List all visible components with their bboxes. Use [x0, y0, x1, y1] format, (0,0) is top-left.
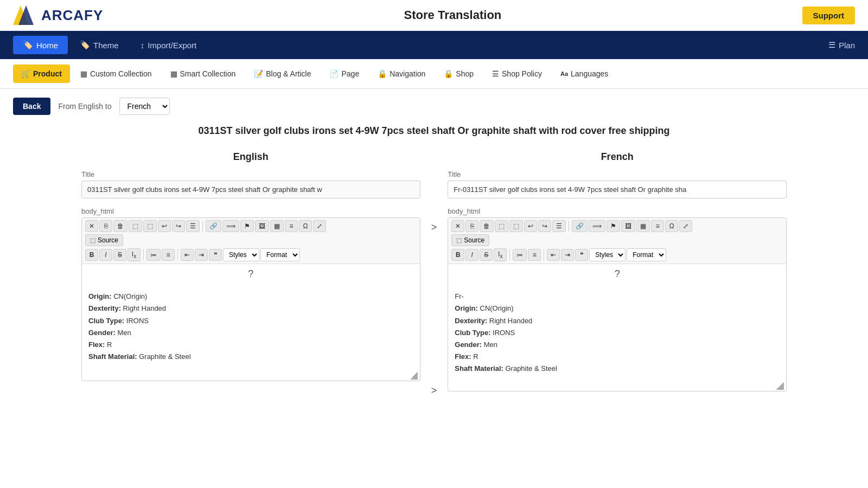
- rte-strike[interactable]: S: [113, 249, 126, 261]
- fr-rte-undo[interactable]: ↩: [524, 220, 537, 232]
- fr-rte-omega[interactable]: Ω: [665, 220, 678, 232]
- rte-source-btn[interactable]: ⬚ Source: [85, 234, 123, 246]
- english-toolbar-row1: ✕ ⎘ 🗑 ⬚ ⬚ ↩ ↪ ☰ 🔗 ⟹ ⚑ 🖼 ▦ ≡: [85, 220, 417, 232]
- fr-rte-redo[interactable]: ↪: [538, 220, 551, 232]
- nav-item-theme[interactable]: 🏷️ Theme: [70, 36, 129, 54]
- fr-rte-block2[interactable]: ⬚: [509, 220, 523, 232]
- french-title-input[interactable]: [448, 181, 787, 198]
- rte-subscript[interactable]: Ix: [127, 248, 141, 261]
- fr-resize-handle[interactable]: [776, 382, 784, 390]
- fr-rte-menu[interactable]: ☰: [552, 220, 566, 232]
- fr-rte-image[interactable]: 🖼: [621, 220, 635, 232]
- fr-rte-table[interactable]: ▦: [636, 220, 650, 232]
- fr-rte-bold[interactable]: B: [451, 249, 464, 261]
- fr-rte-source-btn[interactable]: ⬚ Source: [451, 234, 489, 246]
- fr-rte-cut[interactable]: ✕: [451, 220, 464, 232]
- sub-nav-custom-collection[interactable]: ▦ Custom Collection: [72, 65, 160, 83]
- fr-rte-flag[interactable]: ⚑: [607, 220, 620, 232]
- language-select[interactable]: French Spanish German Italian: [119, 98, 170, 115]
- sub-nav-custom-collection-label: Custom Collection: [90, 69, 152, 78]
- fr-rte-outdent[interactable]: ⇤: [547, 249, 560, 261]
- rte-indent[interactable]: ⇥: [195, 249, 208, 261]
- english-title-label: Title: [81, 170, 420, 178]
- english-rte-content[interactable]: Origin: CN(Origin) Dexterity: Right Hand…: [82, 284, 420, 371]
- sub-nav-product[interactable]: 🛒 Product: [13, 65, 70, 83]
- french-toolbar-row3: B I S Ix ≔ ≡ ⇤ ⇥ ❝ Styles Format: [451, 248, 783, 261]
- nav-plan-label: Plan: [839, 41, 855, 50]
- fr-rte-ol[interactable]: ≔: [513, 249, 527, 261]
- fr-rte-subscript[interactable]: Ix: [494, 248, 507, 261]
- sub-nav-navigation-label: Navigation: [390, 69, 425, 78]
- rte-menu[interactable]: ☰: [186, 220, 200, 232]
- support-button[interactable]: Support: [802, 7, 856, 24]
- smart-collection-icon: ▦: [170, 69, 177, 78]
- fr-rte-ul[interactable]: ≡: [528, 249, 541, 261]
- sub-nav-navigation[interactable]: 🔒 Navigation: [369, 65, 433, 83]
- rte-link[interactable]: 🔗: [206, 220, 221, 232]
- rte-styles-select[interactable]: Styles: [223, 248, 259, 261]
- sub-nav-shop[interactable]: 🔒 Shop: [436, 65, 482, 83]
- fr-rte-expand[interactable]: ⤢: [679, 220, 692, 232]
- rte-undo[interactable]: ↩: [158, 220, 171, 232]
- english-toolbar-row3: B I S Ix ≔ ≡ ⇤ ⇥ ❝ Styles Format: [85, 248, 417, 261]
- sub-nav-page[interactable]: 📄 Page: [321, 65, 367, 83]
- fr-rte-strike[interactable]: S: [480, 249, 493, 261]
- nav-plan[interactable]: ☰ Plan: [828, 40, 855, 50]
- rte-copy[interactable]: ⎘: [99, 220, 112, 232]
- rte-italic[interactable]: I: [99, 249, 112, 261]
- french-col-header: French: [448, 151, 787, 163]
- english-rte-question: ?: [82, 264, 420, 284]
- rte-redo[interactable]: ↪: [172, 220, 185, 232]
- fr-rte-blockquote[interactable]: ❝: [575, 249, 588, 261]
- nav-item-home[interactable]: 🏷️ Home: [13, 36, 68, 54]
- nav-item-import-export[interactable]: ↕ Import/Export: [131, 36, 207, 54]
- fr-rte-link[interactable]: 🔗: [572, 220, 588, 232]
- fr-source-label: Source: [464, 236, 484, 244]
- translation-area: English Title body_html ✕ ⎘ 🗑 ⬚ ⬚ ↩ ↪ ☰: [81, 151, 787, 396]
- sub-nav-blog-article[interactable]: 📝 Blog & Article: [246, 65, 319, 83]
- rte-delete[interactable]: 🗑: [113, 220, 127, 232]
- fr-rte-arrow[interactable]: ⟹: [589, 220, 605, 232]
- fr-rte-styles-select[interactable]: Styles: [589, 248, 626, 261]
- sub-nav-shop-policy[interactable]: ☰ Shop Policy: [484, 65, 550, 83]
- fr-rte-delete[interactable]: 🗑: [480, 220, 494, 232]
- rte-flag[interactable]: ⚑: [240, 220, 254, 232]
- resize-handle[interactable]: [410, 372, 418, 380]
- sub-nav-languages[interactable]: Aa Languages: [552, 65, 616, 83]
- rte-format-select[interactable]: Format: [260, 248, 300, 261]
- fr-source-icon: ⬚: [456, 237, 462, 244]
- rte-omega[interactable]: Ω: [299, 220, 312, 232]
- french-rte-content[interactable]: Fr- Origin: CN(Origin) Dexterity: Right …: [448, 284, 786, 381]
- app-header: ARCAFY Store Translation Support: [0, 0, 868, 31]
- fr-rte-block1[interactable]: ⬚: [495, 220, 508, 232]
- page-icon: 📄: [329, 69, 339, 78]
- fr-rte-copy[interactable]: ⎘: [465, 220, 478, 232]
- rte-block2[interactable]: ⬚: [143, 220, 157, 232]
- shop-icon: 🔒: [444, 69, 453, 78]
- fr-rte-indent[interactable]: ⇥: [561, 249, 574, 261]
- navigation-icon: 🔒: [378, 69, 387, 78]
- rte-image[interactable]: 🖼: [255, 220, 269, 232]
- fr-rte-format-select[interactable]: Format: [627, 248, 666, 261]
- fr-rte-sep3: [544, 249, 544, 260]
- english-rte-toolbar: ✕ ⎘ 🗑 ⬚ ⬚ ↩ ↪ ☰ 🔗 ⟹ ⚑ 🖼 ▦ ≡: [82, 218, 420, 264]
- sub-nav-smart-collection-label: Smart Collection: [180, 69, 236, 78]
- sub-nav-smart-collection[interactable]: ▦ Smart Collection: [162, 65, 244, 83]
- fr-rte-italic[interactable]: I: [465, 249, 478, 261]
- rte-expand[interactable]: ⤢: [313, 220, 326, 232]
- back-button[interactable]: Back: [13, 98, 50, 115]
- rte-table[interactable]: ▦: [270, 220, 284, 232]
- rte-blockquote[interactable]: ❝: [209, 249, 222, 261]
- rte-bold[interactable]: B: [85, 249, 98, 261]
- rte-cut[interactable]: ✕: [85, 220, 98, 232]
- rte-ul[interactable]: ≡: [162, 249, 175, 261]
- rte-ol[interactable]: ≔: [146, 249, 161, 261]
- english-title-input[interactable]: [81, 181, 420, 198]
- rte-block1[interactable]: ⬚: [129, 220, 142, 232]
- english-rte-resize: [82, 371, 420, 381]
- nav-home-label: Home: [36, 41, 58, 50]
- fr-rte-lines[interactable]: ≡: [651, 220, 664, 232]
- rte-lines[interactable]: ≡: [285, 220, 298, 232]
- rte-outdent[interactable]: ⇤: [181, 249, 194, 261]
- rte-arrow[interactable]: ⟹: [222, 220, 239, 232]
